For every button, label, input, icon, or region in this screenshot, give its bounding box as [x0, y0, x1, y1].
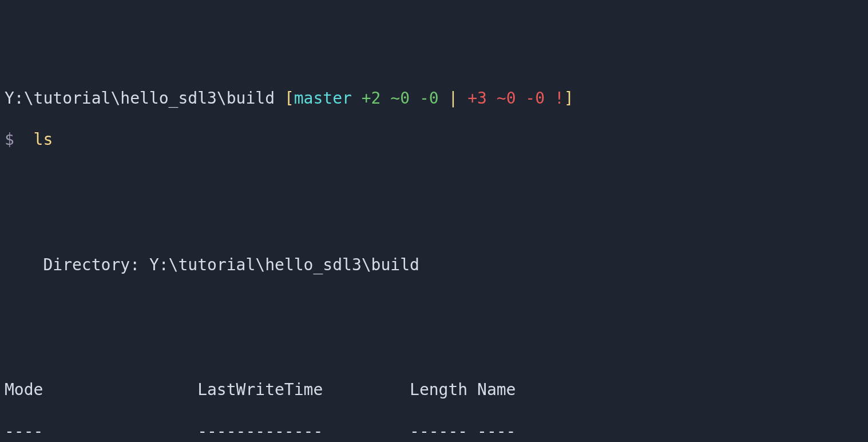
- git-staged-minus: -0: [419, 89, 439, 108]
- git-staged-tilde: ~0: [390, 89, 410, 108]
- dash-lwt: -------------: [197, 422, 323, 441]
- git-separator: |: [448, 89, 458, 108]
- prompt-line-1: Y:\tutorial\hello_sdl3\build [master +2 …: [5, 88, 863, 109]
- git-open-bracket: [: [284, 89, 294, 108]
- git-unstaged-tilde: ~0: [497, 89, 516, 108]
- prompt-dollar: $: [5, 130, 14, 149]
- header-lwt: LastWriteTime: [197, 380, 323, 399]
- dash-len: ------: [410, 422, 467, 441]
- header-name: Name: [477, 380, 516, 399]
- header-len: Length: [410, 380, 467, 399]
- directory-path: Y:\tutorial\hello_sdl3\build: [149, 255, 419, 274]
- prompt-line-2[interactable]: $ ls: [5, 129, 863, 150]
- table-header-row: Mode LastWriteTime Length Name: [5, 380, 863, 400]
- directory-heading: Directory: Y:\tutorial\hello_sdl3\build: [5, 255, 863, 275]
- dash-name: ----: [477, 422, 516, 441]
- table-divider-row: ---- ------------- ------ ----: [5, 421, 863, 442]
- prompt-path: Y:\tutorial\hello_sdl3\build: [5, 89, 275, 108]
- git-close-bracket: ]: [564, 89, 574, 108]
- git-branch: master: [294, 89, 352, 108]
- git-unstaged-minus: -0: [525, 89, 545, 108]
- git-bang: !: [554, 89, 564, 108]
- header-mode: Mode: [5, 380, 43, 399]
- git-staged-plus: +2: [362, 89, 381, 108]
- directory-label: Directory:: [43, 255, 140, 274]
- git-unstaged-plus: +3: [467, 89, 487, 108]
- dash-mode: ----: [5, 422, 43, 441]
- command-input[interactable]: ls: [34, 130, 53, 149]
